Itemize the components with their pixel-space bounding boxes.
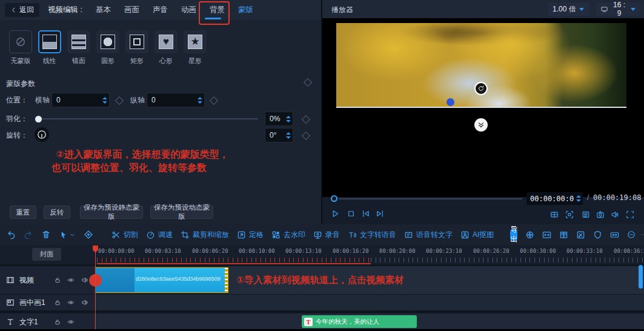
merge-button[interactable] (542, 230, 551, 239)
video-clip[interactable]: d280e8ec63aee5435d34b9698509 (95, 267, 228, 293)
x-axis-spinner[interactable] (100, 93, 109, 107)
mask-rotate-handle[interactable] (474, 82, 488, 95)
cover-button[interactable]: 封面 (32, 248, 61, 261)
speed-tool[interactable]: 调速 (146, 230, 173, 240)
track-video-mute-button[interactable] (81, 276, 88, 284)
rotate-spinner[interactable] (284, 129, 293, 142)
linear-mask-boundary[interactable] (336, 107, 626, 108)
video-image-detail (446, 98, 454, 106)
tab-basic[interactable]: 基本 (96, 5, 111, 15)
text-clip[interactable]: T 今年的秋天，美的让人 (302, 315, 417, 328)
track-text-visibility-button[interactable] (67, 318, 75, 326)
playback-speed-dropdown[interactable]: 1.00 倍 (548, 2, 590, 16)
timeline-ruler[interactable]: 封面 00:00:00:00 00:00:03:10 00:00:06:20 0… (0, 245, 644, 264)
play-button[interactable] (331, 209, 340, 218)
video-frame[interactable] (336, 23, 626, 189)
seekbar-handle[interactable] (331, 195, 337, 202)
track-pip-mute-button[interactable] (81, 299, 88, 306)
feather-slider[interactable] (36, 118, 258, 119)
export-button[interactable]: 导出 (510, 229, 517, 241)
text-clip-label: 今年的秋天，美的让人 (316, 318, 379, 326)
keyframe-diamond-feather[interactable] (302, 115, 310, 124)
stop-button[interactable] (347, 209, 356, 218)
reset-button[interactable]: 重置 (10, 206, 36, 219)
record-audio-tool[interactable]: 录音 (313, 230, 340, 240)
feather-spinner[interactable] (284, 112, 293, 125)
back-button[interactable]: 返回 (5, 3, 39, 17)
tab-picture[interactable]: 画面 (124, 5, 139, 15)
mask-type-circle[interactable]: 圆形 (96, 30, 119, 65)
mask-type-linear[interactable]: 线性 (38, 30, 61, 65)
zoom-scan-button[interactable] (565, 210, 574, 219)
pages-button[interactable] (559, 230, 568, 239)
fullscreen-button[interactable] (626, 210, 634, 219)
y-axis-input[interactable] (147, 93, 195, 107)
save-dynamic-preset-button[interactable]: 保存为预设动态蒙版 (150, 206, 213, 219)
playhead-line[interactable] (95, 246, 96, 329)
current-time-spinner[interactable] (574, 192, 583, 205)
speech-to-text-tool[interactable]: 语音转文字 (404, 230, 453, 240)
track-pip-visibility-button[interactable] (67, 299, 75, 306)
video-preview-area[interactable] (322, 18, 644, 197)
x-axis-input[interactable] (52, 93, 100, 107)
expand-button[interactable] (610, 230, 619, 239)
track-pip-lock-button[interactable] (54, 299, 61, 306)
keyframe-button[interactable] (84, 230, 93, 239)
tab-background[interactable]: 背景 (210, 5, 225, 15)
prev-frame-button[interactable] (361, 209, 370, 218)
zoom-out-button[interactable] (627, 230, 636, 239)
storyboard-button[interactable] (550, 210, 559, 219)
remove-watermark-tool[interactable]: 去水印 (271, 230, 305, 240)
keyframe-diamond-x[interactable] (115, 96, 124, 105)
aspect-ratio-dropdown[interactable]: 16 : 9 (596, 2, 640, 16)
track-pip-lane[interactable] (94, 295, 644, 310)
ai-matte-tool[interactable]: AI抠图 (460, 230, 494, 240)
snapshot-button[interactable] (596, 210, 605, 219)
feather-value-input[interactable] (265, 112, 284, 125)
save-static-preset-button[interactable]: 保存为预设静态蒙版 (80, 206, 143, 219)
editor-mode-label: 视频编辑 : (48, 5, 82, 15)
tab-animation[interactable]: 动画 (181, 5, 196, 15)
timeline-vertical-scrollbar[interactable] (639, 265, 643, 289)
mask-type-none[interactable]: 无蒙版 (9, 30, 32, 65)
shield-button[interactable] (593, 230, 602, 239)
select-tool-button[interactable] (59, 230, 76, 239)
current-time-box (526, 192, 583, 205)
keyframe-diamond-params[interactable] (304, 78, 312, 87)
crop-zoom-tool[interactable]: 裁剪和缩放 (181, 230, 229, 240)
track-text-lock-button[interactable] (54, 318, 61, 326)
cut-tool[interactable]: 切割 (111, 230, 138, 240)
split-button[interactable] (576, 230, 585, 239)
y-axis-spinner[interactable] (195, 93, 204, 107)
back-label: 返回 (19, 5, 34, 15)
compress-button[interactable] (525, 230, 534, 239)
rotate-dial[interactable] (35, 127, 49, 142)
track-video-lock-button[interactable] (54, 276, 61, 284)
text-to-speech-tool[interactable]: 文字转语音 (348, 230, 396, 240)
redo-button[interactable] (24, 230, 33, 239)
current-time-input[interactable] (526, 192, 574, 205)
mask-type-mirror[interactable]: 镜面 (67, 30, 90, 65)
freeze-frame-tool[interactable]: 定格 (237, 230, 264, 240)
track-video-visibility-button[interactable] (67, 276, 75, 284)
mask-type-rectangle[interactable]: 矩形 (125, 30, 148, 65)
next-frame-button[interactable] (376, 209, 385, 218)
tab-audio[interactable]: 声音 (153, 5, 168, 15)
keyframe-diamond-rotate[interactable] (302, 132, 310, 140)
feather-slider-handle[interactable] (35, 116, 42, 122)
keyframe-diamond-y[interactable] (210, 96, 218, 105)
rotate-value-input[interactable] (265, 129, 284, 142)
notes-button[interactable] (582, 210, 590, 219)
volume-button[interactable] (611, 210, 619, 219)
no-mask-icon (9, 30, 32, 53)
invert-button[interactable]: 反转 (44, 206, 70, 219)
mask-drag-handle[interactable] (474, 118, 488, 132)
timeline-zoom-slider[interactable] (641, 234, 644, 235)
mask-type-heart[interactable]: ♥ 心形 (154, 30, 178, 65)
tab-mask[interactable]: 蒙版 (238, 5, 253, 15)
seekbar-track[interactable] (339, 198, 522, 199)
mask-type-star[interactable]: ★ 星形 (184, 30, 207, 65)
ruler-tick: 00:00:16:20 (333, 248, 369, 254)
undo-button[interactable] (6, 230, 16, 239)
delete-button[interactable] (41, 230, 51, 239)
